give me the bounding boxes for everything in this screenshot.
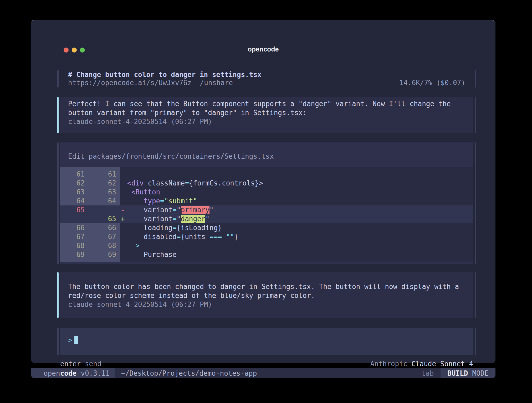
code-token: = — [172, 224, 177, 232]
diff-row: 6161 — [60, 170, 473, 179]
code-token: Purchase — [127, 251, 177, 259]
header-spacer — [233, 79, 400, 87]
code-token: " — [205, 215, 209, 223]
diff-row: 6363 <Button — [60, 188, 473, 197]
share-url-link[interactable]: https://opencode.ai/s/UwJxv76z — [68, 79, 192, 87]
unshare-command[interactable]: /unshare — [200, 79, 233, 87]
diff-new-line-number — [91, 205, 120, 214]
diff-change-marker — [120, 232, 126, 241]
section-border-right — [475, 142, 476, 264]
code-token: " — [177, 215, 181, 223]
prompt-symbol: > — [68, 336, 72, 344]
code-token: <Button — [131, 188, 160, 196]
edit-tool-call: Edit packages/frontend/src/containers/Se… — [57, 142, 476, 264]
app-version: v0.3.11 — [81, 369, 110, 377]
message-text: Perfect! I can see that the Button compo… — [68, 99, 465, 117]
diff-old-line-number: 65 — [60, 205, 91, 214]
code-token: {isLoading} — [177, 224, 222, 232]
diff-change-marker: + — [120, 214, 126, 223]
code-token — [127, 197, 144, 205]
section-border-left — [57, 70, 59, 87]
code-token: = — [172, 206, 177, 214]
assistant-message: The button color has been changed to dan… — [57, 272, 476, 318]
diff-new-line-number: 66 — [91, 223, 120, 232]
code-token: = — [177, 233, 181, 241]
diff-row: 6666 loading={isLoading} — [60, 223, 473, 232]
diff-code-line — [126, 170, 473, 179]
edit-tool-panel: Edit packages/frontend/src/containers/Se… — [60, 142, 473, 264]
prompt-input[interactable]: > — [60, 328, 473, 355]
hint-bar: enter send Anthropic Claude Sonnet 4 — [60, 359, 473, 368]
diff-code-line: disabled={units === ""} — [126, 232, 473, 241]
diff-change-marker — [120, 241, 126, 250]
diff-old-line-number: 67 — [60, 232, 91, 241]
app-version-chip: opencode v0.3.11 — [31, 368, 115, 378]
window-title: opencode — [31, 45, 495, 53]
code-token — [127, 242, 135, 250]
diff-row: 65+ variant="danger" — [60, 214, 473, 223]
diff-old-line-number: 61 — [60, 170, 91, 179]
diff-old-line-number: 62 — [60, 179, 91, 188]
context-stats: 14.6K/7% ($0.07) — [400, 79, 465, 87]
tab-key-hint: tab — [421, 369, 434, 377]
diff-row: 6464 type="submit" — [60, 197, 473, 205]
code-token — [127, 188, 131, 196]
diff-new-line-number: 67 — [91, 232, 120, 241]
edit-tool-title: Edit packages/frontend/src/containers/Se… — [68, 152, 465, 161]
message-accent-border — [57, 97, 59, 133]
code-token: variant — [127, 206, 172, 214]
diff-code-line: <Button — [126, 188, 473, 197]
code-token: = — [172, 215, 177, 223]
diff-code-line: > — [126, 241, 473, 250]
diff-row: 6262<div className={formCs.controls}> — [60, 179, 473, 188]
message-panel: Perfect! I can see that the Button compo… — [60, 97, 473, 133]
diff-row: 65- variant="primary" — [60, 205, 473, 214]
code-token: " — [209, 206, 214, 214]
section-border-right — [475, 97, 476, 133]
diff-new-line-number: 68 — [91, 241, 120, 250]
diff-code-line: loading={isLoading} — [126, 223, 473, 232]
enter-key-hint: enter — [60, 359, 81, 368]
code-token: = — [160, 197, 164, 205]
text-cursor — [74, 336, 78, 344]
code-token: "" — [226, 233, 234, 241]
diff-change-marker — [120, 179, 126, 188]
app-name-normal: open — [44, 369, 60, 377]
code-token: danger — [181, 215, 206, 223]
diff-old-line-number: 68 — [60, 241, 91, 250]
message-panel: The button color has been changed to dan… — [60, 272, 473, 318]
code-token: variant — [127, 215, 172, 223]
message-meta: claude-sonnet-4-20250514 (06:27 PM) — [68, 117, 465, 126]
diff-new-line-number: 69 — [91, 250, 120, 259]
diff-old-line-number: 64 — [60, 197, 91, 205]
section-border-left — [57, 142, 59, 264]
diff-code-line: type="submit" — [126, 197, 473, 205]
message-text: The button color has been changed to dan… — [68, 282, 465, 300]
diff-code-line: <div className={formCs.controls}> — [126, 179, 473, 188]
send-action-hint: send — [81, 359, 101, 368]
code-token: <div — [127, 179, 144, 187]
session-header-panel: # Change button color to danger in setti… — [60, 70, 473, 87]
window-titlebar: opencode — [31, 20, 495, 40]
diff-old-line-number: 69 — [60, 250, 91, 259]
code-token: === — [209, 233, 222, 241]
code-token: = — [185, 179, 189, 187]
mode-suffix: MODE — [472, 369, 489, 377]
diff-code-line: variant="danger" — [126, 214, 473, 223]
diff-old-line-number: 66 — [60, 223, 91, 232]
session-subline: https://opencode.ai/s/UwJxv76z /unshare … — [68, 79, 465, 87]
mode-chip[interactable]: BUILD MODE — [441, 368, 495, 378]
code-token: primary — [181, 206, 210, 214]
model-label: Claude Sonnet 4 — [407, 359, 473, 368]
code-token: " — [177, 206, 181, 214]
session-title: # Change button color to danger in setti… — [68, 71, 465, 79]
section-border-right — [475, 70, 476, 87]
provider-label: Anthropic — [370, 359, 407, 368]
code-token — [222, 233, 226, 241]
code-token: > — [135, 242, 140, 250]
diff-gutter-cap — [60, 167, 120, 170]
message-accent-border — [57, 272, 59, 318]
code-token: className — [144, 179, 185, 187]
status-bar: opencode v0.3.11 ~/Desktop/Projects/demo… — [31, 368, 495, 378]
main-content: # Change button color to danger in setti… — [31, 40, 495, 368]
